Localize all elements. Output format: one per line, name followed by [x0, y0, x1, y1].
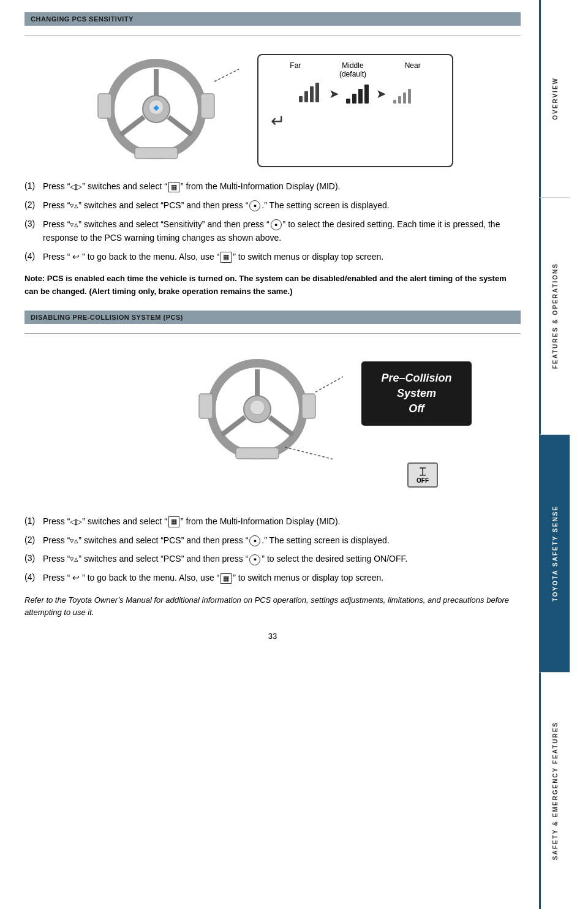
off-button-icon: ⌶ OFF: [407, 462, 438, 488]
sidebar-toyota: TOYOTA SAFETY SENSE: [539, 435, 570, 672]
sidebar-overview: OVERVIEW: [539, 0, 570, 198]
instr-text-1-4: Press “ ↩ ” to go back to the menu. Also…: [43, 250, 521, 263]
return-arrow: ↵: [271, 111, 285, 131]
far-label: Far: [290, 61, 301, 78]
svg-rect-5: [98, 94, 111, 118]
instr-text-2-4: Press “ ↩ ” to go back to the menu. Also…: [43, 571, 521, 584]
instr-num-1-2: (2): [24, 198, 43, 213]
svg-rect-21: [403, 92, 406, 104]
svg-rect-20: [398, 96, 401, 104]
sensitivity-icons-row: ➤ ➤: [297, 81, 413, 106]
svg-rect-29: [302, 394, 315, 418]
svg-line-33: [285, 447, 334, 459]
section-header-2: DISABLING PRE-COLLISION SYSTEM (PCS): [24, 311, 521, 324]
svg-rect-30: [236, 448, 279, 459]
confirm-icon-2-3: ●: [249, 554, 260, 565]
steering-wheel-diagram-1: 🔷: [92, 45, 251, 167]
instruction-1-4: (4) Press “ ↩ ” to go back to the menu. …: [24, 250, 521, 263]
svg-rect-19: [393, 100, 396, 104]
svg-rect-13: [310, 86, 314, 102]
section-header-1: CHANGING PCS SENSITIVITY: [24, 12, 521, 26]
instr-num-2-1: (1): [24, 515, 43, 529]
svg-rect-28: [199, 394, 213, 418]
instr-text-2-1: Press “◁▷” switches and select “▦” from …: [43, 515, 521, 529]
confirm-icon-1-2: ●: [249, 200, 260, 211]
section1-instructions: (1) Press “◁▷” switches and select “▦” f…: [24, 179, 521, 263]
instr-text-2-3: Press “▿▵” switches and select “PCS” and…: [43, 552, 521, 566]
steering-wheel-diagram-2: [193, 343, 352, 472]
sidebar-toyota-label: TOYOTA SAFETY SENSE: [549, 499, 562, 608]
far-signal-icon: [297, 81, 324, 106]
arrow-far-to-middle: ➤: [329, 86, 339, 101]
section-disabling-pcs: DISABLING PRE-COLLISION SYSTEM (PCS): [24, 311, 521, 619]
sidebar-safety-label: SAFETY & EMERGENCY FEATURES: [549, 715, 562, 866]
instr-text-2-2: Press “▿▵” switches and select “PCS” and…: [43, 534, 521, 548]
off-icon: ⌶: [420, 466, 426, 477]
section2-instructions: (1) Press “◁▷” switches and select “▦” f…: [24, 515, 521, 585]
confirm-icon-2-2: ●: [249, 535, 260, 546]
sidebar-overview-label: OVERVIEW: [549, 71, 562, 126]
svg-line-26: [222, 417, 245, 435]
instruction-1-1: (1) Press “◁▷” switches and select “▦” f…: [24, 179, 521, 194]
svg-line-4: [168, 117, 192, 135]
svg-rect-22: [408, 89, 411, 104]
menu-switch-icon-2: ▦: [221, 573, 232, 584]
svg-rect-16: [352, 94, 356, 104]
svg-rect-11: [299, 96, 303, 102]
pcs-screen-text: Pre–CollisionSystemOff: [377, 371, 456, 417]
svg-text:🔷: 🔷: [153, 105, 159, 111]
instr-text-1-3: Press “▿▵” switches and select “Sensitiv…: [43, 217, 521, 245]
instruction-1-3: (3) Press “▿▵” switches and select “Sens…: [24, 217, 521, 245]
instr-num-1-4: (4): [24, 250, 43, 263]
instr-num-1-1: (1): [24, 179, 43, 194]
mid-icon-2: ▦: [168, 516, 179, 527]
instruction-2-1: (1) Press “◁▷” switches and select “▦” f…: [24, 515, 521, 529]
sidebar-features-label: FEATURES & OPERATIONS: [549, 257, 562, 375]
svg-line-3: [121, 117, 144, 135]
svg-line-32: [315, 377, 343, 392]
svg-rect-17: [358, 89, 363, 104]
instr-num-2-4: (4): [24, 571, 43, 584]
page-number: 33: [24, 632, 521, 641]
arrow-middle-to-near: ➤: [376, 86, 386, 101]
svg-rect-7: [135, 148, 178, 159]
section2-italic-note: Refer to the Toyota Owner’s Manual for a…: [24, 594, 521, 620]
instr-num-2-3: (3): [24, 552, 43, 566]
menu-switch-icon-1: ▦: [221, 252, 232, 262]
instruction-2-3: (3) Press “▿▵” switches and select “PCS”…: [24, 552, 521, 566]
instruction-1-2: (2) Press “▿▵” switches and select “PCS”…: [24, 198, 521, 213]
svg-point-31: [250, 400, 265, 415]
svg-rect-14: [315, 83, 319, 102]
section-changing-pcs: CHANGING PCS SENSITIVITY: [24, 12, 521, 298]
svg-rect-12: [304, 91, 308, 102]
instruction-2-2: (2) Press “▿▵” switches and select “PCS”…: [24, 534, 521, 548]
sidebar-safety: SAFETY & EMERGENCY FEATURES: [539, 673, 570, 909]
disabling-diagram-area: Pre–CollisionSystemOff ⌶ OFF: [24, 343, 521, 502]
instr-text-1-1: Press “◁▷” switches and select “▦” from …: [43, 179, 521, 194]
sidebar-features: FEATURES & OPERATIONS: [539, 198, 570, 435]
svg-line-27: [270, 417, 293, 435]
svg-rect-6: [201, 94, 214, 118]
instr-num-1-3: (3): [24, 217, 43, 245]
instr-text-1-2: Press “▿▵” switches and select “PCS” and…: [43, 198, 521, 213]
near-label: Near: [405, 61, 421, 78]
sensitivity-diagram-area: 🔷 Far Middle (default) Near: [24, 45, 521, 167]
right-sidebar: OVERVIEW FEATURES & OPERATIONS TOYOTA SA…: [539, 0, 570, 909]
pcs-display-screen: Pre–CollisionSystemOff: [361, 361, 472, 426]
near-signal-icon: [391, 81, 413, 106]
svg-line-10: [214, 69, 239, 81]
svg-rect-15: [346, 99, 350, 104]
confirm-icon-1-3: ●: [271, 219, 282, 230]
off-label: OFF: [417, 477, 429, 484]
middle-signal-icon: [344, 81, 371, 106]
mid-icon-1: ▦: [168, 182, 179, 192]
instruction-2-4: (4) Press “ ↩ ” to go back to the menu. …: [24, 571, 521, 584]
instr-num-2-2: (2): [24, 534, 43, 548]
section1-note: Note: PCS is enabled each time the vehic…: [24, 273, 521, 298]
sensitivity-scale: Far Middle (default) Near: [257, 54, 453, 167]
svg-rect-18: [364, 85, 369, 104]
middle-label: Middle (default): [339, 61, 366, 78]
